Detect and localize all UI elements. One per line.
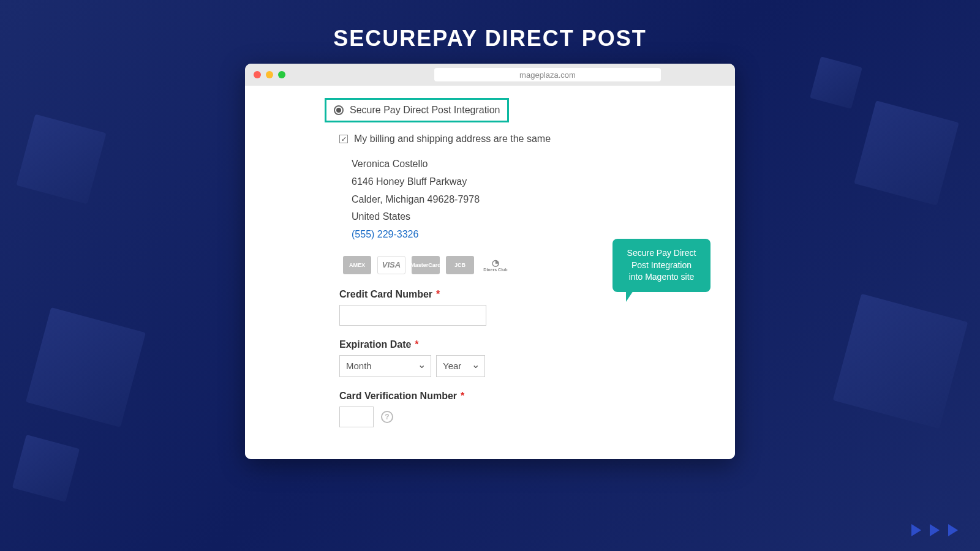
browser-chrome: mageplaza.com: [245, 64, 735, 86]
window-close-dot[interactable]: [254, 71, 261, 78]
payment-method-label: Secure Pay Direct Post Integration: [350, 105, 500, 116]
expiration-group: Expiration Date* Month Year: [339, 339, 710, 377]
triangle-icon: [930, 524, 940, 536]
diners-label: Diners Club: [483, 268, 507, 272]
address-country: United States: [352, 208, 710, 226]
window-maximize-dot[interactable]: [278, 71, 285, 78]
required-asterisk: *: [436, 289, 440, 299]
url-text: mageplaza.com: [519, 70, 576, 80]
expiration-label: Expiration Date*: [339, 339, 710, 350]
window-minimize-dot[interactable]: [266, 71, 273, 78]
visa-card-icon: VISA: [377, 256, 405, 274]
checkbox-checked-icon: ✓: [339, 135, 348, 143]
cvv-label: Card Verification Number*: [339, 391, 710, 402]
expiration-month-select[interactable]: Month: [339, 355, 431, 377]
required-asterisk: *: [461, 391, 464, 401]
triangle-icon: [948, 524, 958, 536]
cvv-group: Card Verification Number* ?: [339, 391, 710, 427]
cvv-input[interactable]: [339, 407, 374, 427]
radio-selected-icon: [334, 105, 344, 115]
address-city-state-zip: Calder, Michigan 49628-7978: [352, 191, 710, 209]
address-street: 6146 Honey Bluff Parkway: [352, 173, 710, 191]
billing-address: Veronica Costello 6146 Honey Bluff Parkw…: [352, 156, 710, 244]
cvv-label-text: Card Verification Number: [339, 391, 457, 401]
page-title: SECUREPAY DIRECT POST: [0, 0, 980, 64]
callout-text: Secure Pay Direct Post Integration into …: [627, 248, 696, 282]
url-bar[interactable]: mageplaza.com: [434, 68, 661, 81]
cvv-help-icon[interactable]: ?: [381, 411, 393, 423]
month-placeholder: Month: [346, 361, 372, 371]
payment-method-option[interactable]: Secure Pay Direct Post Integration: [325, 98, 509, 122]
cc-number-input[interactable]: [339, 305, 486, 326]
callout-tooltip: Secure Pay Direct Post Integration into …: [612, 239, 710, 292]
billing-same-label: My billing and shipping address are the …: [354, 133, 551, 144]
cc-number-group: Credit Card Number*: [339, 289, 710, 326]
required-asterisk: *: [415, 339, 418, 350]
bg-cube: [26, 307, 146, 427]
bg-cube: [12, 435, 80, 502]
year-placeholder: Year: [443, 361, 461, 371]
bg-cube: [17, 114, 107, 204]
corner-decoration: [911, 524, 958, 536]
bg-cube: [810, 56, 862, 109]
triangle-icon: [911, 524, 921, 536]
jcb-card-icon: JCB: [446, 256, 474, 274]
exp-label-text: Expiration Date: [339, 339, 411, 350]
address-name: Veronica Costello: [352, 156, 710, 173]
expiration-year-select[interactable]: Year: [436, 355, 485, 377]
cc-label-text: Credit Card Number: [339, 289, 432, 299]
amex-card-icon: AMEX: [343, 256, 371, 274]
billing-same-checkbox-row[interactable]: ✓ My billing and shipping address are th…: [339, 133, 710, 144]
bg-cube: [833, 294, 968, 429]
bg-cube: [854, 100, 959, 205]
diners-card-icon: ◔ Diners Club: [480, 256, 511, 274]
checkout-content: Secure Pay Direct Post Integration ✓ My …: [245, 86, 735, 459]
browser-window: mageplaza.com Secure Pay Direct Post Int…: [245, 64, 735, 459]
mastercard-card-icon: MasterCard: [412, 256, 440, 274]
